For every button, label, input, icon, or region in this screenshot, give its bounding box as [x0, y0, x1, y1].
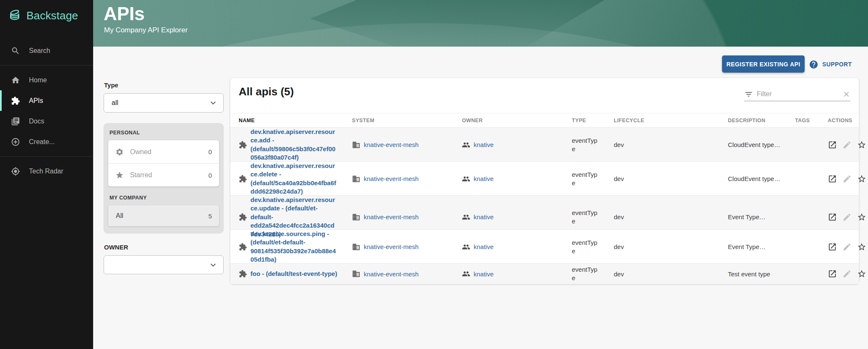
sidebar-item-docs[interactable]: Docs — [0, 111, 93, 131]
open-in-new-icon[interactable] — [828, 174, 837, 184]
owner-cell: knative — [462, 141, 572, 149]
type-filter-value: all — [112, 99, 118, 107]
system-link[interactable]: knative-event-mesh — [364, 141, 419, 148]
owner-filter-block: OWNER — [104, 244, 224, 274]
system-link[interactable]: knative-event-mesh — [364, 213, 419, 220]
table-row: dev.knative.sources.ping - (default/et-d… — [230, 229, 859, 263]
system-link[interactable]: knative-event-mesh — [364, 175, 419, 182]
sidebar-spacer — [0, 29, 93, 40]
page-header: APIs My Company API Explorer — [93, 0, 868, 47]
tech-radar-icon — [11, 167, 20, 176]
column-header-description[interactable]: DESCRIPTION — [728, 118, 795, 123]
support-button[interactable]: SUPPORT — [809, 58, 852, 71]
owner-filter-select[interactable] — [104, 255, 224, 274]
docs-icon — [11, 117, 20, 126]
sidebar-item-apis[interactable]: APIs — [0, 90, 93, 111]
open-in-new-icon[interactable] — [828, 213, 837, 222]
table-filter — [744, 87, 850, 101]
api-table-card: All apis (5) NAME SYSTEM OWNER TYPE LIFE… — [230, 78, 859, 284]
edit-icon[interactable] — [842, 174, 852, 184]
extension-icon — [11, 96, 20, 105]
extension-icon — [239, 141, 247, 149]
star-border-icon[interactable] — [857, 213, 866, 222]
extension-icon — [239, 270, 247, 278]
actions-cell — [828, 269, 868, 278]
sidebar-item-label: Create... — [29, 138, 55, 146]
star-border-icon[interactable] — [857, 140, 866, 150]
actions-cell — [828, 140, 868, 150]
type-filter-label: Type — [104, 81, 224, 89]
gear-icon — [115, 148, 124, 156]
system-link[interactable]: knative-event-mesh — [364, 270, 419, 278]
owner-link[interactable]: knative — [474, 175, 494, 182]
open-in-new-icon[interactable] — [828, 269, 837, 278]
sidebar-item-label: Search — [29, 47, 50, 55]
column-header-system[interactable]: SYSTEM — [352, 118, 462, 123]
api-name-link[interactable]: dev.knative.apiserver.resource.delete - … — [250, 162, 338, 196]
column-header-type[interactable]: TYPE — [572, 118, 614, 123]
table-filter-input[interactable] — [757, 90, 839, 98]
sidebar-item-create[interactable]: Create... — [0, 131, 93, 152]
group-icon — [462, 213, 470, 221]
owned-label: Owned — [130, 148, 202, 156]
table-row: dev.knative.apiserver.resource.add - (de… — [230, 127, 859, 161]
home-icon — [11, 76, 20, 85]
column-header-owner[interactable]: OWNER — [462, 118, 572, 123]
sidebar-item-label: Tech Radar — [29, 168, 63, 175]
filters-panel: Type all PERSONAL Owned 0 Starred 0 MY C… — [104, 81, 224, 274]
group-icon — [462, 175, 470, 183]
register-existing-api-button[interactable]: REGISTER EXISTING API — [722, 55, 805, 73]
backstage-logo-text: Backstage — [26, 9, 78, 22]
edit-icon[interactable] — [842, 213, 852, 222]
all-filter-item[interactable]: All 5 — [108, 205, 219, 226]
close-icon[interactable] — [842, 90, 850, 98]
sidebar-item-label: APIs — [29, 97, 43, 105]
owner-cell: knative — [462, 213, 572, 221]
star-border-icon[interactable] — [857, 242, 866, 252]
open-in-new-icon[interactable] — [828, 242, 837, 252]
star-border-icon[interactable] — [857, 174, 866, 184]
api-name-link[interactable]: foo - (default/test-event-type) — [250, 270, 338, 278]
edit-icon[interactable] — [842, 269, 852, 278]
type-cell: eventType — [572, 265, 599, 283]
extension-icon — [239, 175, 247, 183]
owner-link[interactable]: knative — [474, 141, 494, 148]
system-link[interactable]: knative-event-mesh — [364, 243, 419, 250]
group-icon — [462, 243, 470, 251]
column-header-name[interactable]: NAME — [239, 118, 352, 123]
column-header-tags[interactable]: TAGS — [795, 118, 828, 123]
starred-filter-item[interactable]: Starred 0 — [108, 163, 219, 186]
owner-link[interactable]: knative — [474, 213, 494, 220]
sidebar-item-tech-radar[interactable]: Tech Radar — [0, 161, 93, 181]
owner-cell: knative — [462, 175, 572, 183]
star-border-icon[interactable] — [857, 269, 866, 278]
backstage-logo[interactable]: Backstage — [0, 0, 93, 29]
sidebar-item-home[interactable]: Home — [0, 70, 93, 90]
company-section-header: MY COMPANY — [109, 195, 219, 201]
actions-cell — [828, 242, 868, 252]
table-body: dev.knative.apiserver.resource.add - (de… — [230, 127, 859, 284]
edit-icon[interactable] — [842, 140, 852, 150]
description-cell: CloudEvent type… — [728, 175, 795, 182]
personal-section-header: PERSONAL — [109, 130, 219, 136]
owner-link[interactable]: knative — [474, 243, 494, 250]
column-header-lifecycle[interactable]: LIFECYCLE — [614, 118, 728, 123]
business-icon — [352, 243, 360, 251]
open-in-new-icon[interactable] — [828, 140, 837, 150]
name-cell: dev.knative.apiserver.resource.add - (de… — [239, 128, 352, 162]
system-cell: knative-event-mesh — [352, 175, 462, 183]
sidebar: Backstage Search Home APIs Docs Create..… — [0, 0, 93, 349]
sidebar-divider — [0, 156, 93, 157]
edit-icon[interactable] — [842, 242, 852, 252]
sidebar-item-search[interactable]: Search — [0, 40, 93, 61]
lifecycle-cell: dev — [614, 175, 728, 182]
api-name-link[interactable]: dev.knative.apiserver.resource.add - (de… — [250, 128, 338, 162]
owner-link[interactable]: knative — [474, 270, 494, 278]
type-filter-select[interactable]: all — [104, 93, 224, 113]
owned-filter-item[interactable]: Owned 0 — [108, 140, 219, 163]
app-root: Backstage Search Home APIs Docs Create..… — [0, 0, 868, 349]
add-circle-icon — [11, 137, 20, 147]
api-name-link[interactable]: dev.knative.sources.ping - (default/et-d… — [250, 230, 338, 264]
lifecycle-cell: dev — [614, 213, 728, 220]
all-count: 5 — [209, 213, 212, 220]
